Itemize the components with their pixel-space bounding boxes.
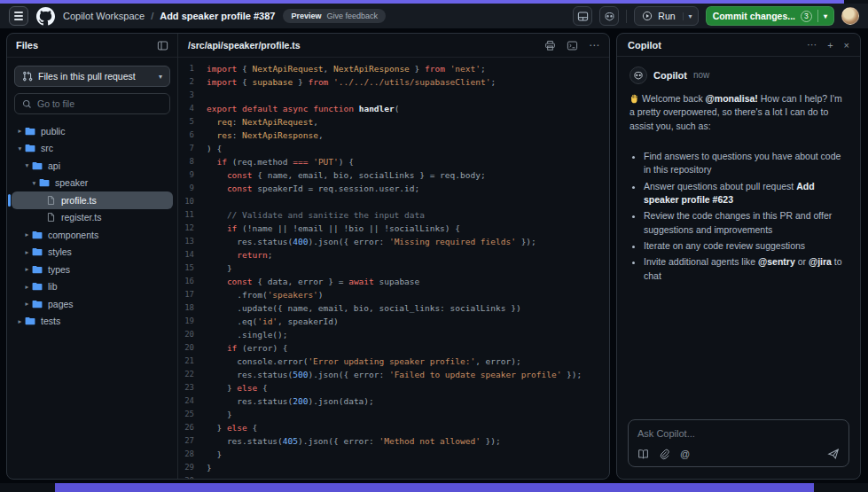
main-area: Files Files in this pull request ▾ Go to…: [0, 28, 868, 483]
breadcrumb: Copilot Workspace / Add speaker profile …: [63, 11, 275, 21]
app-window: Copilot Workspace / Add speaker profile …: [0, 4, 868, 483]
copilot-button[interactable]: [599, 6, 619, 26]
code-line: 30: [178, 474, 609, 479]
line-number: 26: [178, 421, 207, 434]
tree-item-lib[interactable]: ▸lib: [12, 278, 173, 296]
line-number: 20: [178, 341, 207, 355]
run-dropdown-caret[interactable]: ▾: [683, 12, 692, 20]
workspace-panel: Files Files in this pull request ▾ Go to…: [6, 33, 610, 480]
message-timestamp: now: [693, 69, 709, 82]
editor-more-options[interactable]: ⋯: [589, 39, 599, 51]
chevron-icon: ▸: [22, 265, 32, 273]
line-number: 24: [178, 394, 207, 408]
line-number: 27: [178, 434, 207, 448]
tree-item-pages[interactable]: ▸pages: [12, 295, 173, 313]
code-text: // Validate and sanitize the input data: [207, 208, 425, 222]
send-button[interactable]: [827, 448, 840, 460]
tree-item-label: public: [41, 126, 65, 137]
code-text: res.status(405).json({ error: 'Method no…: [207, 434, 501, 448]
chevron-icon: ▸: [22, 283, 32, 291]
print-icon[interactable]: [544, 40, 556, 51]
go-to-file-input[interactable]: Go to file: [14, 93, 170, 114]
line-number: 7: [178, 142, 207, 155]
breadcrumb-title[interactable]: Add speaker profile #387: [160, 11, 275, 21]
code-text: if (!name || !email || !bio || !socialLi…: [207, 222, 460, 235]
mention-icon[interactable]: @: [680, 449, 690, 459]
file-path: /src/api/speaker/profile.ts: [188, 40, 301, 51]
tree-item-src[interactable]: ▾src: [12, 140, 173, 158]
files-title: Files: [16, 40, 38, 51]
tree-item-components[interactable]: ▸components: [12, 226, 173, 244]
line-number: 6: [178, 129, 207, 142]
code-text: const speakerId = req.session.user.id;: [207, 182, 419, 195]
code-line: 7) {: [178, 142, 609, 155]
code-editor[interactable]: 1import { NextApiRequest, NextApiRespons…: [178, 58, 609, 479]
code-line: 2import { supabase } from '../../../util…: [178, 75, 609, 89]
chat-header: Copilot ⋯ + ×: [617, 34, 860, 57]
line-number: 30: [178, 474, 207, 479]
line-number: 11: [178, 208, 207, 222]
line-number: 13: [178, 235, 207, 248]
user-avatar[interactable]: [841, 7, 859, 25]
chat-more-options[interactable]: ⋯: [807, 39, 817, 51]
line-number: 9: [178, 168, 207, 182]
code-text: res.status(400).json({ error: 'Missing r…: [207, 235, 536, 248]
run-button[interactable]: Run ▾: [634, 6, 698, 26]
line-number: 29: [178, 461, 207, 474]
code-line: 23 } else {: [178, 381, 609, 394]
file-icon: [46, 212, 56, 223]
tree-item-register.ts[interactable]: register.ts: [12, 209, 173, 227]
code-text: .single();: [207, 328, 288, 341]
breadcrumb-app[interactable]: Copilot Workspace: [63, 11, 145, 21]
files-filter-dropdown[interactable]: Files in this pull request ▾: [14, 66, 170, 87]
new-thread-button[interactable]: +: [827, 40, 833, 51]
tree-item-profile.ts[interactable]: profile.ts: [12, 191, 173, 209]
collapse-sidebar-icon[interactable]: [157, 40, 168, 51]
tree-item-label: components: [48, 230, 98, 240]
code-line: 8 if (req.method === 'PUT') {: [178, 155, 609, 168]
tree-item-styles[interactable]: ▸styles: [12, 244, 173, 262]
message-sender: Copilot: [653, 68, 687, 82]
code-text: .update({ name, email, bio, social_links…: [207, 301, 521, 315]
menu-button[interactable]: [9, 6, 28, 26]
line-number: 5: [178, 115, 207, 129]
folder-icon: [32, 230, 43, 240]
attach-paperclip-icon[interactable]: [659, 449, 670, 460]
code-line: 14 return;: [178, 248, 609, 262]
tree-item-public[interactable]: ▸public: [12, 122, 173, 140]
code-line: 13 res.status(400).json({ error: 'Missin…: [178, 235, 609, 248]
tree-item-speaker[interactable]: ▾speaker: [12, 175, 173, 192]
line-number: 4: [178, 102, 207, 115]
line-number: 28: [178, 448, 207, 461]
commit-changes-button[interactable]: Commit changes... 3 ▾: [706, 6, 834, 26]
folder-icon: [39, 177, 50, 188]
close-chat-button[interactable]: ×: [844, 40, 849, 51]
desktop-background-bottom: [55, 483, 814, 492]
copilot-avatar-icon: [633, 70, 644, 81]
code-text: }: [207, 408, 232, 421]
tree-item-api[interactable]: ▾api: [12, 157, 173, 175]
chat-input-box[interactable]: Ask Copilot... @: [628, 419, 849, 467]
preview-label: Preview: [291, 12, 321, 20]
reference-book-icon[interactable]: [637, 449, 649, 460]
give-feedback-link[interactable]: Give feedback: [326, 12, 378, 20]
line-number: 3: [178, 89, 207, 102]
code-text: } else {: [207, 421, 257, 434]
folder-icon: [32, 246, 43, 257]
chat-body: Copilot now Welcome back @monalisa! How …: [617, 57, 860, 410]
capability-item: Review the code changes in this PR and o…: [644, 209, 848, 237]
code-text: const { name, email, bio, socialLinks } …: [207, 168, 486, 182]
code-text: import { supabase } from '../../../utils…: [207, 75, 496, 89]
line-number: 17: [178, 288, 207, 301]
code-text: if (req.method === 'PUT') {: [207, 155, 354, 168]
commit-dropdown-caret[interactable]: ▾: [824, 12, 827, 20]
line-number: 23: [178, 381, 207, 394]
code-line: 25 }: [178, 408, 609, 421]
panel-layout-button[interactable]: [573, 6, 592, 26]
tree-item-tests[interactable]: ▸tests: [12, 313, 173, 331]
code-text: res: NextApiResponse,: [207, 129, 324, 142]
github-logo-icon[interactable]: [36, 7, 55, 26]
terminal-icon[interactable]: [567, 40, 578, 51]
code-line: 9 const { name, email, bio, socialLinks …: [178, 168, 609, 182]
tree-item-types[interactable]: ▸types: [12, 261, 173, 278]
